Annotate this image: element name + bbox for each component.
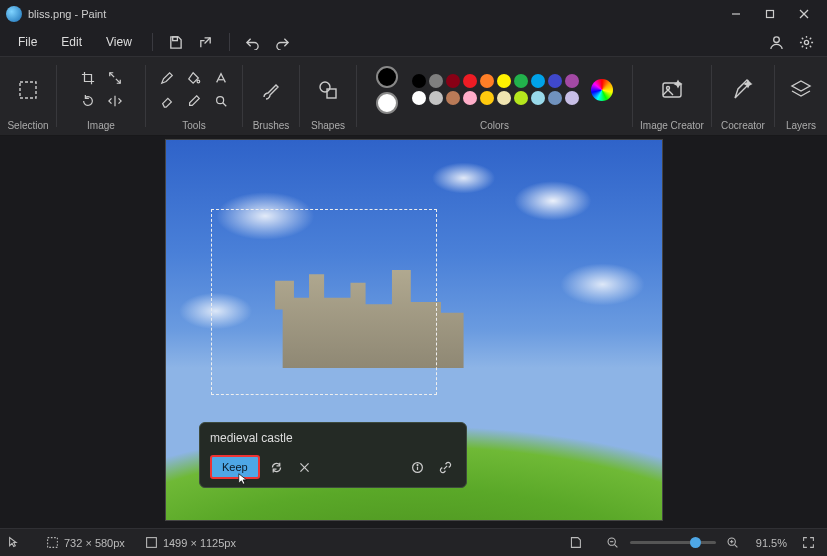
swatch[interactable] <box>531 91 545 105</box>
svg-rect-19 <box>48 538 58 548</box>
selection-marquee[interactable] <box>211 209 437 395</box>
menu-view[interactable]: View <box>96 32 142 52</box>
group-label-tools: Tools <box>182 118 205 131</box>
save-icon[interactable] <box>163 29 189 55</box>
separator <box>152 33 153 51</box>
select-tool[interactable] <box>7 66 49 114</box>
fit-screen-icon[interactable] <box>797 532 819 554</box>
pencil-icon[interactable] <box>154 67 180 89</box>
ai-prompt-input[interactable] <box>210 431 456 445</box>
swatch[interactable] <box>497 74 511 88</box>
svg-line-23 <box>615 545 618 548</box>
settings-icon[interactable] <box>793 29 819 55</box>
swatch[interactable] <box>463 74 477 88</box>
svg-point-9 <box>217 97 224 104</box>
canvas-size: 1499 × 1125px <box>145 536 236 549</box>
rotate-icon[interactable] <box>75 90 101 112</box>
svg-rect-1 <box>767 11 774 18</box>
close-button[interactable] <box>787 0 821 28</box>
keep-button[interactable]: Keep <box>210 455 260 479</box>
mouse-cursor <box>237 472 251 489</box>
group-label-shapes: Shapes <box>311 118 345 131</box>
group-label-layers: Layers <box>786 118 816 131</box>
account-icon[interactable] <box>763 29 789 55</box>
swatch[interactable] <box>480 91 494 105</box>
swatch[interactable] <box>412 91 426 105</box>
group-label-colors: Colors <box>480 118 509 131</box>
swatch[interactable] <box>429 74 443 88</box>
color-palette <box>412 74 579 105</box>
swatch[interactable] <box>565 91 579 105</box>
swatch[interactable] <box>446 91 460 105</box>
cocreator-button[interactable] <box>722 66 764 114</box>
svg-rect-7 <box>20 82 36 98</box>
share-icon[interactable] <box>193 29 219 55</box>
swatch[interactable] <box>429 91 443 105</box>
info-icon[interactable] <box>406 456 428 478</box>
svg-point-18 <box>417 464 418 465</box>
swatch[interactable] <box>531 74 545 88</box>
swatch[interactable] <box>446 74 460 88</box>
group-label-cocreator: Cocreator <box>721 118 765 131</box>
zoom-level: 91.5% <box>756 537 787 549</box>
minimize-button[interactable] <box>719 0 753 28</box>
svg-rect-20 <box>147 538 157 548</box>
layers-button[interactable] <box>780 66 822 114</box>
window-title: bliss.png - Paint <box>28 8 106 20</box>
group-label-image: Image <box>87 118 115 131</box>
separator <box>229 33 230 51</box>
regenerate-icon[interactable] <box>266 456 288 478</box>
swatch[interactable] <box>480 74 494 88</box>
image-creator-button[interactable] <box>651 66 693 114</box>
undo-icon[interactable] <box>240 29 266 55</box>
group-label-image-creator: Image Creator <box>640 118 704 131</box>
secondary-color[interactable] <box>376 92 398 114</box>
redo-icon[interactable] <box>270 29 296 55</box>
zoom-slider[interactable] <box>630 541 716 544</box>
swatch[interactable] <box>548 91 562 105</box>
flip-icon[interactable] <box>102 90 128 112</box>
group-label-selection: Selection <box>7 118 48 131</box>
zoom-out-icon[interactable] <box>602 532 624 554</box>
swatch[interactable] <box>514 91 528 105</box>
eraser-icon[interactable] <box>154 90 180 112</box>
group-label-brushes: Brushes <box>253 118 290 131</box>
zoom-in-icon[interactable] <box>722 532 744 554</box>
brushes-button[interactable] <box>250 66 292 114</box>
svg-rect-4 <box>173 36 178 40</box>
maximize-button[interactable] <box>753 0 787 28</box>
menu-file[interactable]: File <box>8 32 47 52</box>
svg-point-10 <box>320 82 330 92</box>
swatch[interactable] <box>565 74 579 88</box>
edit-colors-icon[interactable] <box>591 79 613 101</box>
text-icon[interactable] <box>208 67 234 89</box>
svg-point-8 <box>197 80 200 83</box>
resize-icon[interactable] <box>102 67 128 89</box>
cancel-icon[interactable] <box>294 456 316 478</box>
swatch[interactable] <box>548 74 562 88</box>
save-indicator-icon <box>569 536 582 549</box>
selection-size: 732 × 580px <box>46 536 125 549</box>
shapes-button[interactable] <box>307 66 349 114</box>
app-icon <box>6 6 22 22</box>
link-icon[interactable] <box>434 456 456 478</box>
cursor-position <box>8 536 26 549</box>
swatch[interactable] <box>514 74 528 88</box>
swatch[interactable] <box>412 74 426 88</box>
crop-icon[interactable] <box>75 67 101 89</box>
primary-color[interactable] <box>376 66 398 88</box>
svg-line-27 <box>735 545 738 548</box>
menu-edit[interactable]: Edit <box>51 32 92 52</box>
swatch[interactable] <box>463 91 477 105</box>
magnifier-icon[interactable] <box>208 90 234 112</box>
swatch[interactable] <box>497 91 511 105</box>
svg-point-5 <box>773 36 779 42</box>
svg-point-6 <box>804 40 808 44</box>
picker-icon[interactable] <box>181 90 207 112</box>
fill-icon[interactable] <box>181 67 207 89</box>
